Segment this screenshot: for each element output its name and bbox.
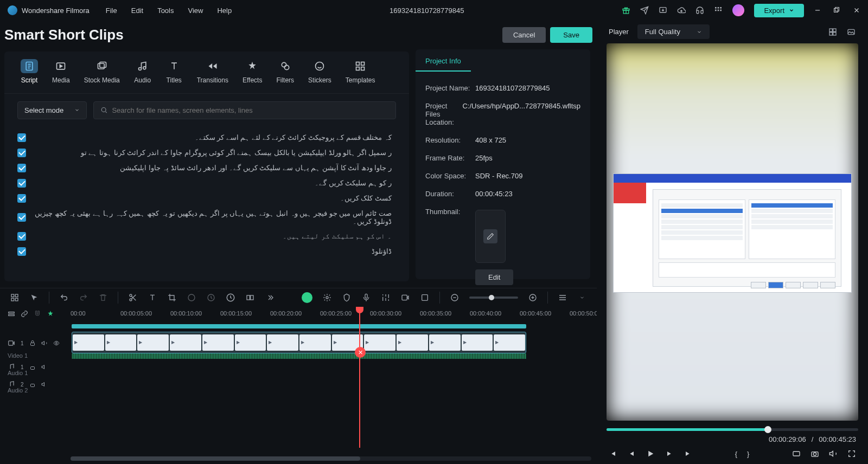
tab-templates[interactable]: Templates [339,56,382,87]
crop-icon[interactable] [167,293,177,302]
menu-file[interactable]: File [106,7,117,15]
zoom-slider[interactable] [469,297,518,299]
mute-icon[interactable] [41,381,48,388]
aspect-icon[interactable] [792,449,801,458]
undo-icon[interactable] [59,293,69,302]
tab-filters[interactable]: Filters [270,56,301,87]
next-frame-icon[interactable] [684,449,692,458]
color-icon[interactable] [187,293,196,302]
zoom-in-icon[interactable] [528,293,538,302]
script-line[interactable]: صت ٹائم اس میں جو فیچر ہیں وہ انبل ہوتے … [17,206,396,229]
cloud-upload-icon[interactable] [677,6,686,15]
tab-audio[interactable]: Audio [127,56,158,87]
magnet-icon[interactable] [34,310,41,319]
maximize-icon[interactable] [833,7,841,14]
lock-icon[interactable] [29,340,36,346]
volume-icon[interactable] [829,449,838,458]
step-back-icon[interactable] [627,449,636,458]
thumbnail-box[interactable] [475,210,506,263]
mute-icon[interactable] [41,364,48,370]
auto-ripple-icon[interactable] [47,310,54,319]
text-track-clip[interactable] [72,324,526,328]
mode-select[interactable]: Select mode [17,101,87,119]
edit-thumbnail-button[interactable]: Edit [475,269,513,285]
ruler[interactable]: 00:00 00:00:05:00 00:00:10:00 00:00:15:0… [71,307,597,322]
chevron-down-icon[interactable] [577,293,587,302]
gift-icon[interactable] [622,6,630,15]
progress-bar[interactable] [607,428,858,431]
ai-icon[interactable] [226,293,235,302]
delete-icon[interactable] [98,293,108,302]
script-line[interactable]: ر کو ہم سلیکٹ کریں گے۔ [17,176,396,191]
avatar-icon[interactable] [302,292,312,303]
timeline-scrollbar[interactable] [71,456,591,461]
script-line[interactable]: ۔ اس کو ہم سلیکٹ کر لیتے ہیں۔ [17,229,396,244]
script-line[interactable]: ر سمپل اگر ہالو ورلڈ ایپلیکیشن یا بالکل … [17,145,396,160]
add-track-icon[interactable] [8,310,15,319]
tab-transitions[interactable]: Transitions [190,56,235,87]
more-icon[interactable] [265,293,275,302]
auto-icon[interactable] [245,293,255,302]
checkbox-icon[interactable] [17,247,26,256]
playhead[interactable] [359,307,360,448]
checkbox-icon[interactable] [17,232,26,241]
video-clip[interactable] [72,332,526,353]
script-line[interactable]: کہ مختلف قسم کے پروجیکٹ کرائٹ کرنے کے لئ… [17,130,396,145]
tab-media[interactable]: Media [46,56,76,87]
text-icon[interactable] [148,293,157,302]
mark-out-icon[interactable]: } [747,450,749,458]
menu-tools[interactable]: Tools [157,7,174,15]
tab-effects[interactable]: Effects [236,56,269,87]
track-view-icon[interactable] [558,293,567,302]
minimize-icon[interactable] [814,7,821,14]
cut-marker-icon[interactable]: ✕ [355,347,366,358]
menu-edit[interactable]: Edit [131,7,143,15]
tab-stock-media[interactable]: Stock Media [78,56,126,87]
record-icon[interactable] [400,293,410,302]
search-input[interactable] [112,106,389,114]
checkbox-icon[interactable] [17,179,26,188]
checkbox-icon[interactable] [17,213,26,222]
play-icon[interactable] [646,449,655,459]
save-local-icon[interactable] [659,6,667,15]
quality-select[interactable]: Full Quality [637,24,710,39]
video-track-icon[interactable] [8,339,15,347]
lock-icon[interactable] [29,364,36,370]
mute-icon[interactable] [41,340,48,346]
marker-icon[interactable] [342,293,352,302]
step-fwd-icon[interactable] [665,449,674,458]
lock-icon[interactable] [29,381,36,388]
tab-stickers[interactable]: Stickers [302,56,338,87]
export-button[interactable]: Export [754,4,804,17]
preview-area[interactable] [607,43,858,421]
project-info-tab[interactable]: Project Info [416,49,471,72]
script-line[interactable]: ڈاؤنلوڈ [17,244,396,259]
tab-script[interactable]: Script [14,56,44,87]
user-avatar[interactable] [732,4,744,16]
menu-help[interactable]: Help [217,7,232,15]
search-box[interactable] [93,101,396,119]
split-icon[interactable] [128,293,138,302]
mic-icon[interactable] [361,293,371,302]
cursor-icon[interactable] [29,293,39,302]
send-icon[interactable] [640,6,649,15]
checkbox-icon[interactable] [17,149,26,157]
speed-icon[interactable] [206,293,216,302]
prev-frame-icon[interactable] [609,449,617,458]
grid-view-icon[interactable] [828,27,838,37]
capture-icon[interactable] [810,449,819,458]
fullscreen-icon[interactable] [847,449,856,458]
timeline[interactable]: 00:00 00:00:05:00 00:00:10:00 00:00:15:0… [0,307,597,464]
snapshot-icon[interactable] [846,27,856,37]
headphones-icon[interactable] [695,6,704,15]
cancel-button[interactable]: Cancel [502,27,546,43]
redo-icon[interactable] [79,293,88,302]
mixer-icon[interactable] [381,293,391,302]
apps-icon[interactable] [714,6,723,15]
mark-in-icon[interactable]: { [735,450,737,458]
menu-view[interactable]: View [188,7,203,15]
link-icon[interactable] [21,310,28,319]
eye-icon[interactable] [53,340,60,346]
save-button[interactable]: Save [550,27,592,43]
checkbox-icon[interactable] [17,164,26,172]
